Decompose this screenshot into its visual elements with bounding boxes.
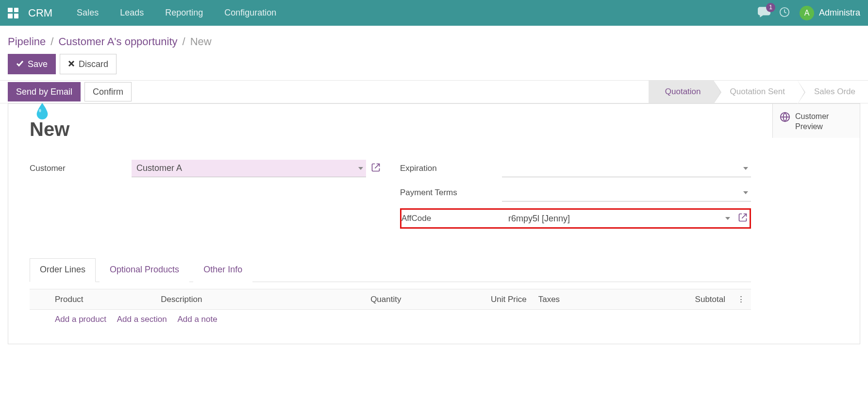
- affcode-label: AffCode: [401, 214, 503, 223]
- close-icon: [68, 59, 75, 69]
- check-icon: [16, 59, 24, 69]
- external-link-icon[interactable]: [738, 213, 748, 224]
- activities-icon[interactable]: [779, 7, 790, 19]
- username: Administra: [819, 8, 860, 18]
- breadcrumb-sep: /: [46, 35, 58, 48]
- svg-point-1: [39, 109, 41, 112]
- tab-order-lines[interactable]: Order Lines: [30, 258, 96, 282]
- breadcrumb: Pipeline / Customer A's opportunity / Ne…: [0, 26, 868, 51]
- breadcrumb-sep: /: [178, 35, 190, 48]
- col-unit-price: Unit Price: [407, 289, 532, 310]
- status-stages: Quotation Quotation Sent Sales Orde: [649, 81, 868, 103]
- col-description: Description: [155, 289, 295, 310]
- chevron-down-icon[interactable]: [358, 167, 363, 170]
- breadcrumb-current: New: [190, 35, 212, 48]
- add-note-link[interactable]: Add a note: [177, 315, 217, 324]
- chevron-down-icon[interactable]: [743, 167, 748, 170]
- customer-input[interactable]: [132, 160, 366, 177]
- discard-label: Discard: [79, 59, 108, 69]
- globe-icon: [780, 112, 790, 124]
- chevron-down-icon[interactable]: [743, 191, 748, 194]
- order-lines-table: Product Description Quantity Unit Price …: [30, 289, 751, 329]
- customer-preview-label: Customer Preview: [795, 112, 853, 132]
- customer-label: Customer: [30, 164, 132, 173]
- form-sheet: New Customer: [8, 103, 860, 344]
- col-product: Product: [49, 289, 155, 310]
- table-row: Add a product Add a section Add a note: [30, 310, 751, 330]
- affcode-input[interactable]: [503, 210, 733, 227]
- add-product-link[interactable]: Add a product: [55, 315, 106, 324]
- col-subtotal: Subtotal: [620, 289, 731, 310]
- save-label: Save: [28, 59, 48, 69]
- status-bar: Send by Email Confirm Quotation Quotatio…: [0, 80, 868, 103]
- send-email-button[interactable]: Send by Email: [8, 82, 81, 101]
- external-link-icon[interactable]: [371, 163, 381, 174]
- chevron-down-icon[interactable]: [725, 217, 730, 220]
- nav-configuration[interactable]: Configuration: [214, 0, 287, 26]
- payment-terms-input[interactable]: [502, 184, 751, 201]
- discard-button[interactable]: Discard: [60, 54, 117, 74]
- water-drop-icon: [34, 103, 50, 119]
- stage-quotation[interactable]: Quotation: [649, 81, 714, 103]
- tab-optional-products[interactable]: Optional Products: [100, 258, 189, 282]
- nav-reporting[interactable]: Reporting: [154, 0, 214, 26]
- nav-leads[interactable]: Leads: [109, 0, 154, 26]
- field-customer: Customer: [30, 160, 381, 177]
- breadcrumb-opportunity[interactable]: Customer A's opportunity: [58, 35, 177, 48]
- nav-sales[interactable]: Sales: [66, 0, 109, 26]
- save-button[interactable]: Save: [8, 54, 56, 74]
- brand[interactable]: CRM: [28, 7, 52, 19]
- stage-quotation-sent[interactable]: Quotation Sent: [714, 81, 798, 103]
- field-affcode: AffCode: [400, 208, 751, 229]
- page-title: New: [30, 118, 751, 140]
- top-nav: CRM Sales Leads Reporting Configuration …: [0, 0, 868, 26]
- field-expiration: Expiration: [400, 160, 751, 177]
- col-taxes: Taxes: [533, 289, 620, 310]
- user-menu[interactable]: A Administra: [800, 6, 860, 20]
- avatar: A: [800, 6, 814, 20]
- payment-terms-label: Payment Terms: [400, 188, 502, 198]
- stage-sales-order[interactable]: Sales Orde: [798, 81, 868, 103]
- field-payment-terms: Payment Terms: [400, 184, 751, 201]
- expiration-label: Expiration: [400, 164, 502, 173]
- chat-badge: 1: [766, 3, 775, 12]
- table-header-row: Product Description Quantity Unit Price …: [30, 289, 751, 310]
- apps-icon[interactable]: [8, 8, 18, 18]
- tab-other-info[interactable]: Other Info: [193, 258, 252, 282]
- add-section-link[interactable]: Add a section: [117, 315, 167, 324]
- kebab-icon[interactable]: ⋮: [731, 289, 751, 310]
- confirm-button[interactable]: Confirm: [84, 82, 132, 101]
- customer-preview-button[interactable]: Customer Preview: [772, 104, 860, 138]
- tabs: Order Lines Optional Products Other Info: [30, 258, 751, 282]
- messaging-icon[interactable]: 1: [758, 7, 770, 19]
- edit-actions: Save Discard: [0, 51, 868, 80]
- expiration-input[interactable]: [502, 160, 751, 177]
- breadcrumb-pipeline[interactable]: Pipeline: [8, 35, 46, 48]
- col-quantity: Quantity: [295, 289, 407, 310]
